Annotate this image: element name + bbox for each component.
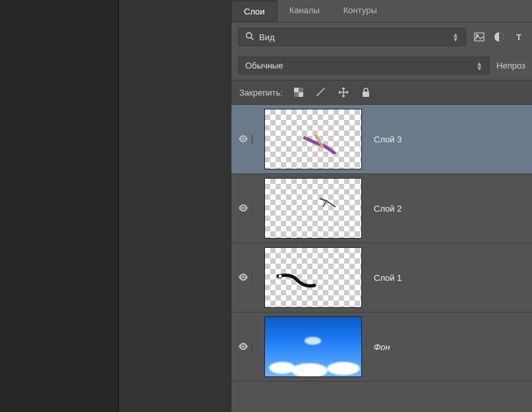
canvas-area [0,0,231,412]
svg-rect-7 [299,88,303,92]
svg-rect-5 [294,88,299,92]
svg-point-13 [278,274,282,278]
visibility-toggle[interactable] [238,204,252,214]
layer-name[interactable]: Слой 2 [374,204,401,214]
layer-name[interactable]: Слой 3 [374,134,401,144]
visibility-toggle[interactable] [238,134,252,144]
tab-paths[interactable]: Контуры [332,0,389,22]
layer-thumbnail[interactable] [264,247,362,308]
layer-name[interactable]: Слой 1 [374,273,401,283]
svg-rect-9 [363,92,369,97]
bird-graphic-icon [318,195,338,208]
layers-list: Слой 3 Слой 2 [231,105,532,412]
svg-rect-8 [294,92,299,97]
search-icon [245,32,254,42]
filter-image-icon[interactable] [473,30,486,44]
filter-adjustment-icon[interactable] [492,30,506,44]
layers-panel: Слои Каналы Контуры Вид ▲▼ T Обычные ▲▼ [231,0,532,412]
svg-rect-6 [299,92,303,97]
svg-point-10 [242,137,245,140]
layer-thumbnail[interactable] [264,316,362,377]
svg-point-0 [247,33,252,38]
layer-item[interactable]: Слой 2 [231,174,532,243]
opacity-label: Непроз [496,61,525,71]
canvas-pasteboard-left [0,0,119,412]
svg-line-1 [251,38,253,40]
tab-layers[interactable]: Слои [231,0,278,22]
svg-point-14 [242,345,245,347]
layer-thumbnail[interactable] [264,109,362,169]
lock-pixels-icon[interactable] [314,86,328,99]
layer-thumbnail[interactable] [264,178,362,239]
visibility-toggle[interactable] [238,342,252,352]
bird-graphic-icon [301,134,338,154]
layer-item-background[interactable]: Фон [231,312,532,382]
svg-point-11 [242,206,245,209]
chevron-updown-icon: ▲▼ [452,32,459,42]
layer-item[interactable]: Слой 3 [231,105,532,174]
filter-text-icon[interactable]: T [512,30,525,44]
layer-item[interactable]: Слой 1 [231,243,532,312]
panel-tabs: Слои Каналы Контуры [231,0,532,22]
sky-graphic [265,317,361,376]
chevron-updown-icon: ▲▼ [476,61,483,71]
layer-name[interactable]: Фон [374,342,390,352]
bird-graphic-icon [275,271,318,291]
lock-label: Закрепить: [239,88,283,98]
canvas-pasteboard-right [119,0,231,412]
svg-point-12 [242,276,245,278]
lock-all-icon[interactable] [359,86,372,99]
filter-label: Вид [259,32,275,42]
blend-mode-dropdown[interactable]: Обычные ▲▼ [238,57,490,74]
lock-transparency-icon[interactable] [292,86,305,99]
layer-filter-dropdown[interactable]: Вид ▲▼ [238,28,466,46]
visibility-toggle[interactable] [238,273,252,283]
lock-position-icon[interactable] [337,86,350,99]
tab-channels[interactable]: Каналы [278,0,332,22]
blend-mode-value: Обычные [245,61,283,71]
